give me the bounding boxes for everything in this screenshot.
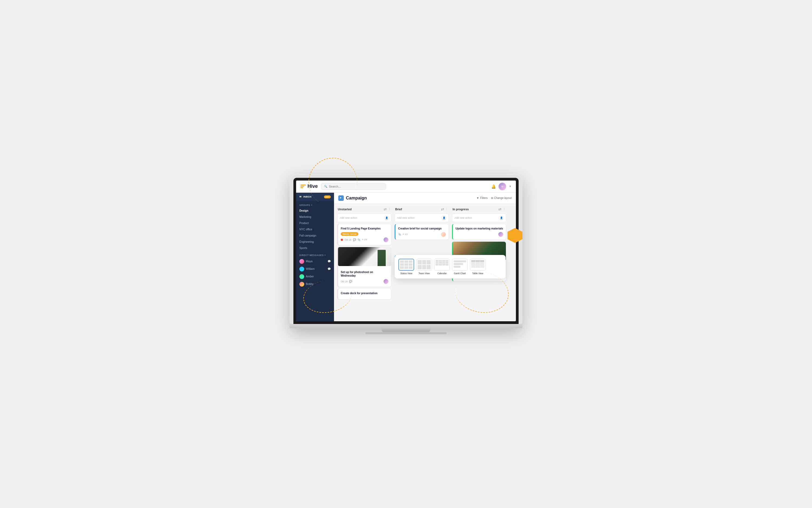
card-footer-update-logos bbox=[456, 232, 503, 237]
dm-item-maya[interactable]: Maya 💬 bbox=[296, 258, 334, 265]
col-actions-inprogress: ⇄ ⋮ bbox=[498, 207, 506, 211]
content-header: Campaign ▼ Filters ⊞ Change layout bbox=[334, 193, 516, 204]
attachment-icon: 📎 bbox=[357, 239, 360, 241]
inbox-button[interactable]: ✉ INBOX 99+ bbox=[296, 193, 334, 201]
assignee-avatar-brief bbox=[441, 232, 446, 237]
attachment-icon-brief: 📎 bbox=[398, 233, 401, 236]
dm-section-header: DIRECT MESSAGES + bbox=[296, 251, 334, 258]
laptop-foot bbox=[366, 332, 446, 334]
view-preview-calendar bbox=[434, 259, 450, 271]
dm-bubble-maya: 💬 bbox=[328, 260, 331, 263]
add-action-label-brief: Add new action bbox=[397, 216, 415, 219]
add-person-icon: 👤 bbox=[384, 215, 389, 220]
card-footer-photoshoot: Oct 18 💬 bbox=[341, 279, 388, 284]
expand-icon-brief[interactable]: ⇄ bbox=[441, 207, 444, 211]
checklist-text: ≡ 2/5 bbox=[362, 239, 367, 241]
dm-name-maya: Maya bbox=[306, 260, 326, 263]
view-option-table[interactable]: Table View bbox=[470, 259, 485, 275]
column-brief: Brief ⇄ ⋮ Add new action 👤 bbox=[395, 207, 449, 278]
error-icon bbox=[341, 239, 343, 241]
page-title: Campaign bbox=[346, 196, 367, 201]
logo[interactable]: Hive bbox=[300, 183, 318, 189]
search-bar[interactable]: 🔍 bbox=[321, 183, 386, 190]
view-label-team: Team View bbox=[419, 272, 430, 275]
add-action-unstarted[interactable]: Add new action 👤 bbox=[337, 214, 391, 222]
sidebar-item-nyc-office[interactable]: NYC office bbox=[296, 226, 334, 232]
card-badge-needs-review: Needs review bbox=[341, 232, 358, 236]
inbox-label: INBOX bbox=[303, 196, 312, 198]
view-preview-status bbox=[398, 259, 414, 271]
header-actions: ▼ Filters ⊞ Change layout bbox=[476, 197, 512, 200]
expand-icon-inprogress[interactable]: ⇄ bbox=[498, 207, 502, 211]
sidebar-item-fall-campaign[interactable]: Fall campaign bbox=[296, 232, 334, 239]
logo-icon bbox=[300, 184, 306, 188]
card-title-deck: Create deck for presentation bbox=[341, 292, 388, 295]
col-menu-icon-brief[interactable]: ⋮ bbox=[445, 207, 448, 211]
col-menu-icon[interactable]: ⋮ bbox=[388, 207, 391, 211]
dm-name-bobby: Bobby bbox=[306, 283, 331, 286]
add-action-brief[interactable]: Add new action 👤 bbox=[395, 214, 449, 222]
change-layout-button[interactable]: ⊞ Change layout bbox=[491, 197, 512, 200]
assignee-avatar bbox=[384, 237, 388, 242]
card-find-landing-pages[interactable]: Find 5 Landing Page Examples Needs revie… bbox=[337, 224, 391, 245]
view-option-calendar[interactable]: Calendar bbox=[434, 259, 450, 275]
card-assignee-brief bbox=[441, 232, 446, 237]
kanban-board: Unstarted ⇄ ⋮ Add new action 👤 bbox=[334, 204, 516, 321]
add-person-icon-brief: 👤 bbox=[441, 215, 446, 220]
card-deck-presentation[interactable]: Create deck for presentation bbox=[337, 289, 391, 300]
avatar-william bbox=[299, 266, 304, 271]
main-layout: ✉ INBOX 99+ GROUPS + Design Marketing Pr… bbox=[296, 193, 516, 321]
col-header-unstarted: Unstarted ⇄ ⋮ bbox=[337, 207, 391, 211]
change-layout-label: Change layout bbox=[494, 197, 512, 200]
dm-label: DIRECT MESSAGES + bbox=[299, 254, 326, 257]
card-photoshoot[interactable]: Set up for photoshoot on Wednesday Oct 1… bbox=[337, 247, 391, 287]
col-header-brief: Brief ⇄ ⋮ bbox=[395, 207, 449, 211]
card-creative-brief[interactable]: Creative brief for social campaign 📎 ≡ 1… bbox=[395, 224, 449, 240]
dm-item-bobby[interactable]: Bobby bbox=[296, 281, 334, 288]
expand-icon[interactable]: ⇄ bbox=[384, 207, 387, 211]
sidebar-item-marketing[interactable]: Marketing bbox=[296, 214, 334, 220]
card-assignee bbox=[384, 237, 388, 242]
avatar[interactable]: U bbox=[499, 183, 506, 190]
chevron-down-icon[interactable]: ▼ bbox=[509, 185, 512, 188]
filter-icon: ▼ bbox=[476, 197, 479, 200]
add-person-icon-inprogress: 👤 bbox=[499, 215, 504, 220]
groups-label: GROUPS + bbox=[299, 204, 312, 207]
dm-name-william: William bbox=[306, 267, 326, 270]
inbox-badge: 99+ bbox=[324, 196, 331, 198]
comment-icon: 💬 bbox=[353, 239, 356, 241]
content-area: Campaign ▼ Filters ⊞ Change layout bbox=[334, 193, 516, 321]
card-date-photoshoot: Oct 18 bbox=[341, 280, 347, 283]
view-preview-team bbox=[416, 259, 432, 271]
sidebar-item-design[interactable]: Design bbox=[296, 208, 334, 214]
dm-item-amber[interactable]: Amber bbox=[296, 273, 334, 281]
card-title-update-logos: Update logos on marketing materials bbox=[456, 227, 503, 230]
bell-icon[interactable]: 🔔 bbox=[491, 184, 496, 188]
laptop-stand bbox=[382, 328, 430, 332]
card-image-photoshoot bbox=[338, 247, 391, 266]
sidebar-item-engineering[interactable]: Engineering bbox=[296, 239, 334, 245]
card-update-logos[interactable]: Update logos on marketing materials bbox=[452, 224, 506, 240]
view-option-team[interactable]: Team View bbox=[416, 259, 432, 275]
sidebar-item-sports[interactable]: Sports bbox=[296, 245, 334, 251]
add-action-inprogress[interactable]: Add new action 👤 bbox=[452, 214, 506, 222]
filters-button[interactable]: ▼ Filters bbox=[476, 197, 487, 200]
view-option-status[interactable]: Status View bbox=[398, 259, 414, 275]
filters-label: Filters bbox=[480, 197, 487, 200]
col-actions-unstarted: ⇄ ⋮ bbox=[384, 207, 391, 211]
card-footer: Oct 18 💬 📎 ≡ 2/5 bbox=[341, 237, 388, 242]
dm-item-william[interactable]: William 💬 bbox=[296, 265, 334, 273]
add-action-label: Add new action bbox=[340, 216, 357, 219]
search-input[interactable] bbox=[329, 185, 383, 188]
view-option-gantt[interactable]: Gantt Chart bbox=[452, 259, 468, 275]
sidebar: ✉ INBOX 99+ GROUPS + Design Marketing Pr… bbox=[296, 193, 334, 321]
campaign-icon bbox=[338, 196, 344, 201]
col-title-brief: Brief bbox=[395, 208, 402, 211]
topbar-right: 🔔 U ▼ bbox=[491, 183, 512, 190]
laptop-base bbox=[290, 324, 522, 328]
col-menu-icon-inprogress[interactable]: ⋮ bbox=[503, 207, 506, 211]
card-footer-brief: 📎 ≡ 1/3 bbox=[398, 232, 446, 237]
groups-section-header: GROUPS + bbox=[296, 201, 334, 208]
sidebar-item-product[interactable]: Product bbox=[296, 220, 334, 226]
logo-text: Hive bbox=[307, 183, 318, 189]
